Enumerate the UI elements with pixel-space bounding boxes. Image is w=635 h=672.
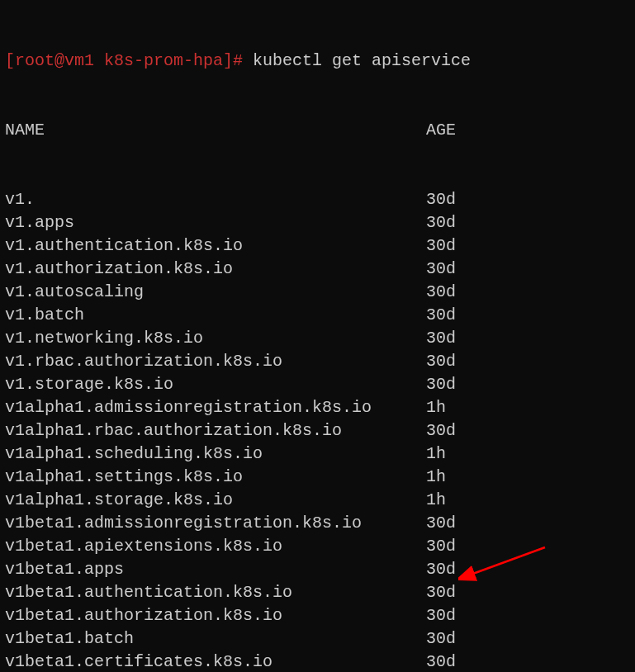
apiservice-name: v1alpha1.admissionregistration.k8s.io — [5, 396, 426, 419]
apiservice-age: 30d — [426, 558, 456, 581]
apiservice-name: v1.storage.k8s.io — [5, 373, 426, 396]
table-row: v1.batch30d — [5, 304, 630, 327]
apiservice-name: v1alpha1.scheduling.k8s.io — [5, 442, 426, 466]
apiservice-name: v1beta1.apps — [5, 558, 426, 581]
apiservice-age: 30d — [426, 627, 456, 651]
table-row: v1.networking.k8s.io30d — [5, 327, 630, 350]
apiservice-name: v1beta1.certificates.k8s.io — [5, 651, 426, 672]
apiservice-name: v1.batch — [5, 304, 426, 327]
apiservice-age: 30d — [426, 281, 456, 304]
apiservice-name: v1alpha1.settings.k8s.io — [5, 466, 426, 489]
apiservice-name: v1alpha1.rbac.authorization.k8s.io — [5, 419, 426, 442]
apiservice-age: 30d — [426, 188, 456, 211]
apiservice-age: 30d — [426, 327, 456, 350]
apiservice-name: v1beta1.apiextensions.k8s.io — [5, 535, 426, 558]
table-body: v1.30dv1.apps30dv1.authentication.k8s.io… — [5, 188, 630, 672]
table-row: v1beta1.apps30d — [5, 558, 630, 581]
table-row: v1.storage.k8s.io30d — [5, 373, 630, 396]
apiservice-name: v1.authentication.k8s.io — [5, 234, 426, 258]
table-row: v1beta1.authorization.k8s.io30d — [5, 604, 630, 627]
prompt-user-host: [root@vm1 k8s-prom-hpa] — [5, 50, 233, 73]
apiservice-age: 1h — [426, 396, 446, 419]
apiservice-age: 1h — [426, 442, 446, 466]
table-row: v1.apps30d — [5, 211, 630, 234]
table-row: v1.authorization.k8s.io30d — [5, 258, 630, 281]
apiservice-name: v1beta1.admissionregistration.k8s.io — [5, 512, 426, 535]
apiservice-age: 30d — [426, 604, 456, 627]
header-age: AGE — [426, 119, 456, 142]
table-row: v1alpha1.admissionregistration.k8s.io1h — [5, 396, 630, 419]
apiservice-age: 30d — [426, 211, 456, 234]
table-row: v1alpha1.scheduling.k8s.io1h — [5, 442, 630, 466]
apiservice-age: 1h — [426, 489, 446, 512]
command-prompt-line: [root@vm1 k8s-prom-hpa]# kubectl get api… — [5, 50, 630, 73]
table-row: v1alpha1.rbac.authorization.k8s.io30d — [5, 419, 630, 442]
apiservice-name: v1beta1.authorization.k8s.io — [5, 604, 426, 627]
apiservice-name: v1.rbac.authorization.k8s.io — [5, 350, 426, 373]
apiservice-name: v1.apps — [5, 211, 426, 234]
apiservice-age: 30d — [426, 581, 456, 604]
apiservice-age: 30d — [426, 234, 456, 258]
table-row: v1alpha1.storage.k8s.io1h — [5, 489, 630, 512]
table-row: v1.rbac.authorization.k8s.io30d — [5, 350, 630, 373]
apiservice-age: 30d — [426, 651, 456, 672]
apiservice-name: v1beta1.authentication.k8s.io — [5, 581, 426, 604]
table-header-row: NAMEAGE — [5, 119, 630, 142]
apiservice-age: 1h — [426, 466, 446, 489]
prompt-hash: # — [233, 50, 243, 73]
command-text: kubectl get apiservice — [243, 50, 471, 73]
apiservice-age: 30d — [426, 535, 456, 558]
apiservice-age: 30d — [426, 419, 456, 442]
apiservice-name: v1beta1.batch — [5, 627, 426, 651]
table-row: v1beta1.batch30d — [5, 627, 630, 651]
table-row: v1beta1.authentication.k8s.io30d — [5, 581, 630, 604]
apiservice-name: v1.networking.k8s.io — [5, 327, 426, 350]
table-row: v1.autoscaling30d — [5, 281, 630, 304]
table-row: v1beta1.certificates.k8s.io30d — [5, 651, 630, 672]
table-row: v1alpha1.settings.k8s.io1h — [5, 466, 630, 489]
apiservice-age: 30d — [426, 512, 456, 535]
table-row: v1beta1.admissionregistration.k8s.io30d — [5, 512, 630, 535]
apiservice-age: 30d — [426, 373, 456, 396]
table-row: v1.30d — [5, 188, 630, 211]
apiservice-name: v1alpha1.storage.k8s.io — [5, 489, 426, 512]
apiservice-age: 30d — [426, 258, 456, 281]
apiservice-name: v1.authorization.k8s.io — [5, 258, 426, 281]
terminal-output[interactable]: [root@vm1 k8s-prom-hpa]# kubectl get api… — [5, 3, 630, 672]
table-row: v1.authentication.k8s.io30d — [5, 234, 630, 258]
apiservice-age: 30d — [426, 350, 456, 373]
header-name: NAME — [5, 119, 426, 142]
apiservice-age: 30d — [426, 304, 456, 327]
table-row: v1beta1.apiextensions.k8s.io30d — [5, 535, 630, 558]
apiservice-name: v1.autoscaling — [5, 281, 426, 304]
apiservice-name: v1. — [5, 188, 426, 211]
